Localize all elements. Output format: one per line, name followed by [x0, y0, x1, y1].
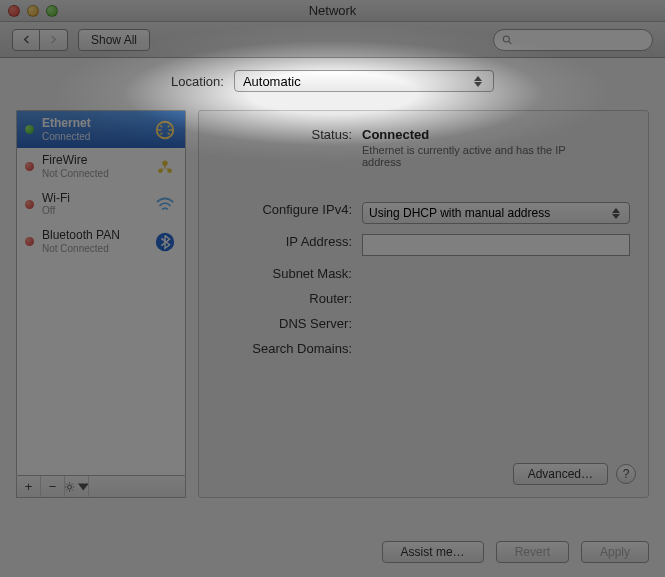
- show-all-button[interactable]: Show All: [78, 29, 150, 51]
- configure-value: Using DHCP with manual address: [369, 206, 550, 220]
- ip-address-input[interactable]: [362, 234, 630, 256]
- service-list: Ethernet Connected FireWire Not Connecte…: [16, 110, 186, 476]
- search-icon: [502, 34, 513, 46]
- forward-button[interactable]: [40, 29, 68, 51]
- service-options-button[interactable]: [65, 476, 89, 497]
- status-value: Connected: [362, 127, 630, 142]
- detail-panel: Status: Connected Ethernet is currently …: [198, 110, 649, 498]
- router-label: Router:: [217, 291, 362, 306]
- select-arrows-icon: [471, 76, 485, 87]
- subnet-row: Subnet Mask:: [217, 266, 630, 281]
- minimize-window-button[interactable]: [27, 5, 39, 17]
- service-item-firewire[interactable]: FireWire Not Connected: [17, 148, 185, 185]
- nav-segmented: [12, 29, 68, 51]
- zoom-window-button[interactable]: [46, 5, 58, 17]
- gear-icon: [65, 481, 76, 493]
- subnet-label: Subnet Mask:: [217, 266, 362, 281]
- service-status: Not Connected: [42, 243, 145, 255]
- service-item-wifi[interactable]: Wi-Fi Off: [17, 186, 185, 223]
- location-row: Location: Automatic: [16, 70, 649, 92]
- status-dot-icon: [25, 200, 34, 209]
- content: Location: Automatic Ethernet Connected: [0, 58, 665, 577]
- location-value: Automatic: [243, 74, 301, 89]
- select-arrows-icon: [609, 208, 623, 219]
- ethernet-icon: [153, 118, 177, 142]
- back-button[interactable]: [12, 29, 40, 51]
- status-dot-icon: [25, 237, 34, 246]
- svg-point-0: [503, 35, 509, 41]
- sidebar-actions: + −: [16, 476, 186, 498]
- service-item-bluetooth[interactable]: Bluetooth PAN Not Connected: [17, 223, 185, 260]
- sidebar: Ethernet Connected FireWire Not Connecte…: [16, 110, 186, 498]
- service-status: Off: [42, 205, 145, 217]
- service-item-ethernet[interactable]: Ethernet Connected: [17, 111, 185, 148]
- apply-button[interactable]: Apply: [581, 541, 649, 563]
- search-input[interactable]: [517, 33, 644, 47]
- chevron-down-icon: [78, 481, 89, 493]
- chevron-right-icon: [49, 35, 58, 44]
- firewire-icon: [153, 155, 177, 179]
- service-status: Connected: [42, 131, 145, 143]
- footer: Assist me… Revert Apply: [382, 541, 649, 563]
- service-name: FireWire: [42, 154, 145, 168]
- search-field[interactable]: [493, 29, 653, 51]
- dns-row: DNS Server:: [217, 316, 630, 331]
- router-row: Router:: [217, 291, 630, 306]
- ip-label: IP Address:: [217, 234, 362, 249]
- assist-me-button[interactable]: Assist me…: [382, 541, 484, 563]
- chevron-left-icon: [22, 35, 31, 44]
- svg-line-1: [509, 41, 512, 44]
- close-window-button[interactable]: [8, 5, 20, 17]
- service-status: Not Connected: [42, 168, 145, 180]
- window-title: Network: [0, 3, 665, 18]
- search-domains-row: Search Domains:: [217, 341, 630, 356]
- status-label: Status:: [217, 127, 362, 142]
- add-service-button[interactable]: +: [17, 476, 41, 497]
- revert-button[interactable]: Revert: [496, 541, 569, 563]
- status-description: Ethernet is currently active and has the…: [362, 144, 602, 168]
- dns-label: DNS Server:: [217, 316, 362, 331]
- remove-service-button[interactable]: −: [41, 476, 65, 497]
- service-name: Bluetooth PAN: [42, 229, 145, 243]
- ip-row: IP Address:: [217, 234, 630, 256]
- wifi-icon: [153, 192, 177, 216]
- search-domains-label: Search Domains:: [217, 341, 362, 356]
- status-dot-icon: [25, 162, 34, 171]
- service-name: Wi-Fi: [42, 192, 145, 206]
- help-button[interactable]: ?: [616, 464, 636, 484]
- service-name: Ethernet: [42, 117, 145, 131]
- location-select[interactable]: Automatic: [234, 70, 494, 92]
- configure-label: Configure IPv4:: [217, 202, 362, 217]
- svg-point-7: [68, 485, 72, 489]
- status-row: Status: Connected Ethernet is currently …: [217, 127, 630, 168]
- titlebar: Network: [0, 0, 665, 22]
- bluetooth-icon: [153, 230, 177, 254]
- status-dot-icon: [25, 125, 34, 134]
- configure-row: Configure IPv4: Using DHCP with manual a…: [217, 202, 630, 224]
- svg-point-3: [162, 161, 168, 167]
- traffic-lights: [8, 5, 58, 17]
- location-label: Location:: [171, 74, 224, 89]
- advanced-button[interactable]: Advanced…: [513, 463, 608, 485]
- configure-ipv4-select[interactable]: Using DHCP with manual address: [362, 202, 630, 224]
- toolbar: Show All: [0, 22, 665, 58]
